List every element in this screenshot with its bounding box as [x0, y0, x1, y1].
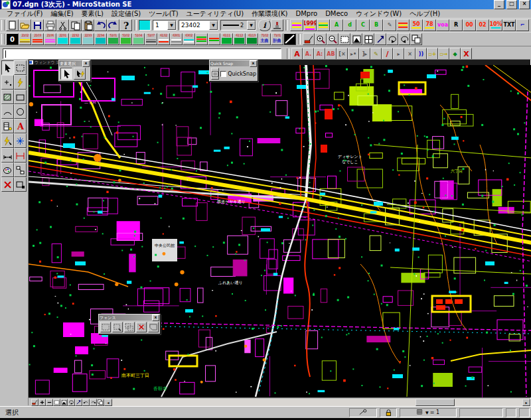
chevron-down-icon[interactable]: ▼ [247, 21, 256, 30]
menu-l[interactable]: 要素(L) [78, 9, 108, 18]
help-button[interactable]: ? [119, 19, 132, 31]
circle-tool[interactable] [14, 104, 27, 119]
dm-custom-button-12[interactable]: voa [436, 19, 449, 31]
text-tool-button-2[interactable]: A. [303, 48, 314, 60]
save-button[interactable] [31, 19, 44, 31]
view-title-bar[interactable]: ウィンドウ 1 - [29, 60, 530, 65]
feature-code-button-2106[interactable]: 2106 [44, 33, 56, 45]
dm-custom-button-1[interactable] [290, 19, 303, 31]
menu-w[interactable]: ウィンドウ(W) [352, 9, 406, 18]
dm-custom-button-15[interactable]: 02 [476, 19, 489, 31]
active-color-swatch[interactable] [139, 20, 151, 31]
menu-k[interactable]: 作業環境(K) [248, 9, 291, 18]
point-tool[interactable] [1, 75, 14, 90]
dimension-tool[interactable] [1, 148, 14, 163]
open-button[interactable] [19, 19, 31, 31]
dm-custom-button-4[interactable]: A [330, 19, 343, 31]
feature-code-button-2103[interactable]: 2103 [31, 33, 44, 45]
dimension-h-tool[interactable] [14, 148, 27, 163]
feature-code-button-x21[interactable] [283, 33, 296, 45]
redo-view-button[interactable] [90, 399, 97, 406]
redo-button[interactable] [107, 19, 119, 31]
text-tool-button-4[interactable]: AB [325, 48, 337, 60]
menu-f[interactable]: ファイル(F) [3, 9, 47, 18]
feature-code-button-5104[interactable]: 5104 [132, 33, 145, 45]
fence-tool[interactable] [14, 60, 27, 75]
text-tool-button-11[interactable]: × [404, 48, 416, 60]
menu-t[interactable]: ツール(T) [145, 9, 182, 18]
dm-custom-button-8[interactable]: ✎ [383, 19, 396, 31]
horizontal-scrollbar[interactable] [112, 399, 522, 406]
feature-code-button-2233[interactable]: 2233 [82, 33, 94, 45]
scroll-right-button[interactable]: ▸ [522, 399, 530, 406]
palette-title-bar[interactable]: フェンス x [99, 315, 160, 320]
scrollbar-thumb[interactable] [416, 399, 455, 406]
text-tool-button-15[interactable]: ◆ [449, 48, 461, 60]
arrow-flash-tool[interactable] [74, 68, 86, 80]
dm-custom-button-13[interactable]: R [449, 19, 463, 31]
cut-button[interactable] [56, 19, 69, 31]
dm-custom-button-9[interactable] [396, 19, 410, 31]
pan-button[interactable] [374, 33, 386, 45]
text-tool-button-6[interactable]: ▸• [348, 48, 359, 60]
menu-e[interactable]: 編集(E) [47, 9, 78, 18]
fit-view-button[interactable] [60, 399, 68, 406]
feature-code-button-6301[interactable]: 6301 [170, 33, 183, 45]
menu-u[interactable]: ユーティリティ(U) [183, 9, 248, 18]
info-button[interactable]: i [258, 19, 271, 31]
feature-code-button-5102[interactable]: 5102 [119, 33, 132, 45]
map-canvas[interactable]: 県道ケヤキ通りディサレントなでしこふれあい通り南本町三丁目香順寺六丁目二丁目中央… [29, 65, 531, 397]
paste-button[interactable] [82, 19, 94, 31]
feature-code-button-6112[interactable]: 6112 [233, 33, 246, 45]
toolbar-grip[interactable] [1, 34, 5, 44]
arrow-tool[interactable] [60, 68, 72, 80]
maximize-button[interactable]: □ [506, 0, 517, 9]
copy-button[interactable] [69, 19, 82, 31]
window-area-button[interactable] [53, 399, 60, 406]
level-field[interactable]: ▼= 1 [400, 408, 457, 417]
rotate-left-button[interactable] [68, 399, 75, 406]
fence-place-tool[interactable] [100, 322, 111, 332]
dm-custom-button-7[interactable]: B [370, 19, 383, 31]
cells-tool[interactable] [1, 119, 14, 133]
feature-code-button-6302[interactable]: 6302 [183, 33, 195, 45]
text-tool-button-16[interactable]: X [461, 48, 472, 60]
feature-code-button-6132[interactable]: 6132 [157, 33, 170, 45]
text-tool[interactable]: A [14, 119, 27, 133]
palette-title-bar[interactable]: 要素選択 x [59, 60, 90, 66]
text-tool-button-10[interactable]: ▸ [393, 48, 404, 60]
rotate-right-button[interactable] [398, 33, 410, 45]
close-icon[interactable]: x [82, 60, 90, 67]
toolbar-grip[interactable] [1, 20, 5, 31]
arc-tool[interactable] [1, 104, 14, 119]
palette-tool[interactable] [1, 163, 14, 177]
modify-tool[interactable] [14, 177, 27, 192]
view-grid-button[interactable] [362, 33, 374, 45]
text-tool-button-5[interactable]: [× [337, 48, 348, 60]
zoom-in-button[interactable] [315, 33, 327, 45]
dm-custom-button-17[interactable]: TXT [502, 19, 516, 31]
feature-code-button-x14[interactable] [195, 33, 208, 45]
text-tool-button-1[interactable]: A [291, 48, 303, 60]
dm-custom-button-3[interactable] [317, 19, 330, 31]
print-button[interactable] [44, 19, 56, 31]
feature-code-button-6111[interactable]: 6111 [220, 33, 233, 45]
feature-code-button-2232[interactable]: 2232 [69, 33, 82, 45]
fit-view-button[interactable] [350, 33, 362, 45]
pick-lightning-tool[interactable] [1, 133, 14, 148]
keyin-input[interactable] [3, 48, 281, 59]
close-button[interactable]: × [519, 0, 530, 9]
update-button[interactable] [31, 399, 38, 406]
snap-list-button[interactable] [211, 68, 219, 80]
menu-s[interactable]: 設定値(S) [108, 9, 145, 18]
feature-code-button-x15[interactable] [208, 33, 220, 45]
window-area-button[interactable] [339, 33, 350, 45]
text-tool-button-9[interactable]: / [382, 48, 393, 60]
feature-code-button-2234[interactable]: 2234 [94, 33, 107, 45]
locks-field[interactable] [380, 408, 397, 417]
new-button[interactable] [6, 19, 19, 31]
pan-button[interactable] [75, 399, 82, 406]
stamp-button[interactable] [271, 19, 283, 31]
feature-code-button-5101[interactable]: 5101 [107, 33, 119, 45]
feature-code-button-7102[interactable]: 7102主曲 [258, 33, 271, 45]
